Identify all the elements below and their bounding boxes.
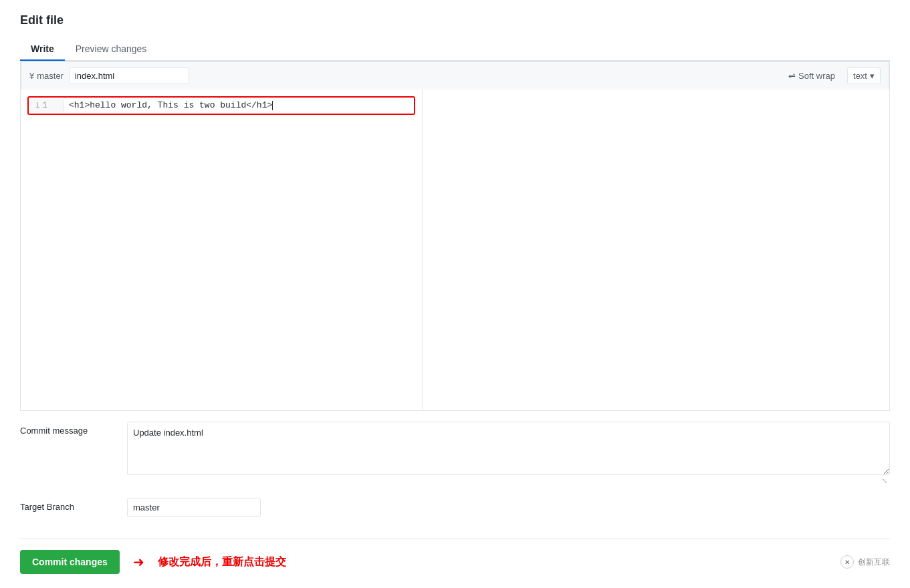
- target-branch-input[interactable]: [127, 498, 261, 517]
- code-line-1: i 1 <h1>hello world, This is two build</…: [30, 99, 413, 112]
- code-text: <h1>hello world, This is two build</h1>: [69, 100, 272, 110]
- soft-wrap-button[interactable]: ⇌ Soft wrap: [784, 68, 839, 84]
- branch-name: master: [37, 71, 64, 81]
- chevron-down-icon: ▾: [870, 71, 875, 81]
- text-mode-button[interactable]: text ▾: [847, 67, 881, 84]
- commit-message-label: Commit message: [20, 422, 127, 436]
- line-number: 1: [43, 99, 47, 112]
- filename-input[interactable]: [69, 67, 189, 84]
- wrap-icon: ⇌: [788, 71, 796, 81]
- watermark: ✕ 创新互联: [840, 555, 890, 569]
- editor-outer: ¥ master ⇌ Soft wrap text ▾: [20, 61, 890, 411]
- commit-message-row: Commit message Update index.html ⤡: [20, 422, 890, 487]
- resize-handle: ⤡: [127, 477, 890, 487]
- commit-message-input[interactable]: Update index.html: [127, 422, 890, 475]
- annotation-text: 修改完成后，重新点击提交: [158, 555, 286, 569]
- text-mode-label: text: [853, 71, 867, 81]
- watermark-logo: ✕: [840, 555, 854, 569]
- tab-write[interactable]: Write: [20, 38, 65, 61]
- toolbar-right: ⇌ Soft wrap text ▾: [784, 67, 881, 84]
- cursor: [272, 101, 273, 110]
- branch-indicator: ¥ master: [29, 71, 64, 81]
- commit-changes-button[interactable]: Commit changes: [20, 550, 120, 574]
- page-title: Edit file: [20, 13, 890, 27]
- line-gutter: i 1: [30, 99, 64, 112]
- branch-icon: ¥: [29, 71, 34, 81]
- toolbar-left: ¥ master: [29, 67, 189, 84]
- editor-toolbar: ¥ master ⇌ Soft wrap text ▾: [21, 61, 889, 90]
- code-panel: i 1 <h1>hello world, This is two build</…: [21, 90, 422, 410]
- page-container: Edit file Write Preview changes ¥ master…: [0, 0, 910, 588]
- commit-message-wrap: Update index.html ⤡: [127, 422, 890, 487]
- editor-highlighted-region: i 1 <h1>hello world, This is two build</…: [27, 96, 415, 115]
- soft-wrap-label: Soft wrap: [798, 71, 835, 81]
- editor-right-panel: [422, 90, 889, 410]
- target-branch-wrap: [127, 498, 890, 517]
- target-branch-label: Target Branch: [20, 498, 127, 512]
- commit-form: Commit message Update index.html ⤡ Targe…: [20, 411, 890, 539]
- page-footer: Commit changes ➜ 修改完成后，重新点击提交 ✕ 创新互联: [20, 539, 890, 585]
- line-info-icon: i: [35, 99, 40, 112]
- tabs-bar: Write Preview changes: [20, 38, 890, 61]
- editor-wrapper: i 1 <h1>hello world, This is two build</…: [21, 90, 889, 410]
- tab-preview[interactable]: Preview changes: [65, 38, 158, 61]
- target-branch-row: Target Branch: [20, 498, 890, 517]
- watermark-text: 创新互联: [858, 557, 890, 568]
- arrow-icon: ➜: [133, 554, 144, 570]
- code-content[interactable]: <h1>hello world, This is two build</h1>: [64, 99, 413, 112]
